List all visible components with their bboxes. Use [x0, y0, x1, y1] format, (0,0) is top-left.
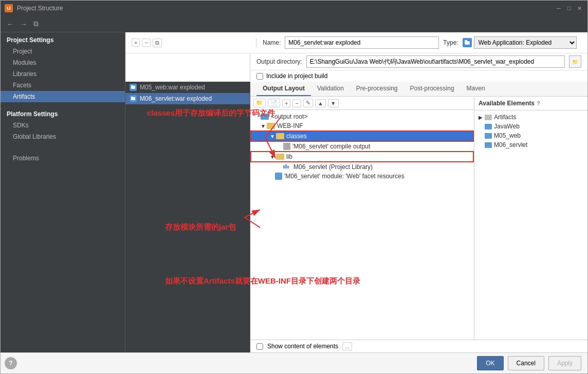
sidebar-item-facets[interactable]: Facets	[1, 80, 125, 91]
tab-pre-processing[interactable]: Pre-processing	[350, 82, 404, 96]
include-label: Include in project build	[266, 72, 327, 80]
tree-label: lib	[286, 153, 469, 160]
maximize-button[interactable]: □	[565, 4, 573, 12]
tab-post-processing[interactable]: Post-processing	[404, 82, 461, 96]
project-settings-title: Project Settings	[1, 32, 125, 46]
minimize-button[interactable]: ─	[555, 4, 563, 12]
artifacts-folder-icon	[485, 115, 492, 120]
available-item-javaweb[interactable]: JavaWeb	[474, 122, 587, 131]
sidebar-item-global-libraries[interactable]: Global Libraries	[1, 131, 125, 142]
layout-add-plus-btn[interactable]: +	[282, 99, 290, 107]
tree-label: M06_servlet (Project Library)	[293, 163, 470, 171]
available-item-m05web[interactable]: M05_web	[474, 131, 587, 140]
output-label: Output directory:	[256, 58, 302, 65]
sidebar-item-artifacts[interactable]: Artifacts	[1, 91, 125, 102]
bar-icon	[283, 164, 291, 170]
artifact-item-0[interactable]: M05_web:war exploded	[125, 82, 250, 93]
available-item-m06servlet[interactable]: M06_servlet	[474, 140, 587, 149]
m05web-folder-icon	[485, 133, 492, 139]
help-button[interactable]: ?	[5, 357, 17, 369]
available-elements: Available Elements ? ▶ Artifacts	[474, 97, 587, 340]
tab-maven[interactable]: Maven	[461, 82, 491, 96]
tree-item-project-lib[interactable]: M06_servlet (Project Library)	[250, 162, 474, 172]
available-item-artifacts[interactable]: ▶ Artifacts	[474, 113, 587, 122]
app-icon: IJ	[5, 4, 13, 12]
svg-rect-5	[131, 97, 133, 98]
sidebar-item-libraries[interactable]: Libraries	[1, 68, 125, 80]
sidebar-item-modules[interactable]: Modules	[1, 57, 125, 68]
artifact-list: M05_web:war exploded M06_servlet:war exp…	[125, 82, 250, 352]
right-panel: + − ⧉ Name: Type: Web Application: Explo…	[125, 32, 587, 352]
title-bar: IJ Project Structure ─ □ ✕	[1, 1, 587, 16]
layout-remove-btn[interactable]: −	[292, 99, 301, 107]
tree-item-lib[interactable]: ▼ lib	[250, 151, 474, 162]
available-elements-title: Available Elements ?	[474, 97, 587, 110]
platform-settings-title: Platform Settings	[1, 106, 125, 120]
cancel-button[interactable]: Cancel	[508, 356, 544, 370]
copy-artifact-button[interactable]: ⧉	[153, 39, 162, 47]
sidebar-item-project[interactable]: Project	[1, 46, 125, 57]
window-controls: ─ □ ✕	[555, 4, 583, 12]
show-row: Show content of elements ...	[250, 340, 587, 352]
folder-icon	[261, 114, 269, 120]
show-content-btn[interactable]: ...	[342, 342, 352, 350]
name-input[interactable]	[285, 36, 439, 49]
tabs: Output Layout Validation Pre-processing …	[250, 82, 587, 97]
tree-label: <output root>	[271, 113, 470, 120]
back-button[interactable]: ←	[5, 19, 16, 29]
type-select[interactable]: Web Application: Exploded	[474, 36, 577, 49]
tree-item-output-root[interactable]: <output root>	[250, 112, 474, 121]
sidebar-item-problems[interactable]: Problems	[1, 151, 125, 164]
tab-validation[interactable]: Validation	[311, 82, 350, 96]
svg-rect-7	[285, 164, 287, 169]
folder-icon	[276, 133, 284, 139]
layout-up-btn[interactable]: ▲	[315, 99, 326, 107]
bottom-bar: OK Cancel Apply	[1, 352, 587, 373]
tree-item-webinf[interactable]: ▼ WEB-INF	[250, 121, 474, 130]
folder-icon	[267, 123, 275, 129]
name-row: + − ⧉ Name: Type: Web Application: Explo…	[125, 32, 587, 53]
sidebar-item-sdks[interactable]: SDKs	[1, 120, 125, 131]
javaweb-folder-icon	[485, 124, 492, 129]
remove-artifact-button[interactable]: −	[142, 39, 150, 47]
browse-output-button[interactable]: 📁	[569, 55, 581, 68]
artifact-icon-1	[130, 95, 137, 102]
add-artifact-button[interactable]: +	[132, 39, 140, 47]
tree-item-classes[interactable]: ▼ classes	[250, 130, 474, 142]
tree-label: WEB-INF	[277, 122, 470, 129]
layout-toolbar: 📁 📄 + − ✎ ▲ ▼	[250, 97, 474, 110]
svg-rect-6	[283, 165, 285, 169]
forward-button[interactable]: →	[18, 19, 29, 29]
artifact-item-1[interactable]: M06_servlet:war exploded	[125, 93, 250, 104]
svg-rect-1	[465, 40, 467, 42]
type-icon	[463, 38, 472, 47]
file-icon	[275, 173, 282, 180]
layout-edit-btn[interactable]: ✎	[303, 99, 313, 107]
tree-label: 'M06_servlet' compile output	[292, 143, 470, 150]
tree-item-compile-output[interactable]: 'M06_servlet' compile output	[250, 142, 474, 151]
layout-add-btn[interactable]: 📁	[253, 99, 266, 107]
available-help-icon[interactable]: ?	[537, 100, 540, 106]
layout-tree: 📁 📄 + − ✎ ▲ ▼	[250, 97, 474, 340]
tab-output-layout[interactable]: Output Layout	[256, 82, 311, 96]
layout-down-btn[interactable]: ▼	[328, 99, 339, 107]
expand-arrow: ▶	[479, 115, 485, 120]
type-label: Type:	[443, 39, 458, 46]
show-content-label: Show content of elements	[267, 343, 338, 350]
show-content-checkbox[interactable]	[256, 343, 263, 350]
tree-arrow: ▼	[270, 154, 276, 160]
tree-label: 'M06_servlet' module: 'Web' facet resour…	[284, 173, 470, 180]
svg-rect-0	[465, 41, 470, 45]
tree-item-web-facet[interactable]: 'M06_servlet' module: 'Web' facet resour…	[250, 172, 474, 181]
folder-icon	[276, 154, 284, 160]
close-button[interactable]: ✕	[575, 4, 583, 12]
ok-button[interactable]: OK	[477, 356, 503, 370]
svg-rect-8	[287, 166, 289, 169]
copy-button[interactable]: ⧉	[31, 18, 41, 29]
apply-button[interactable]: Apply	[548, 356, 581, 370]
svg-rect-3	[131, 85, 133, 86]
include-checkbox[interactable]	[256, 73, 263, 80]
layout-add-file-btn[interactable]: 📄	[268, 99, 280, 107]
sidebar: Project Settings Project Modules Librari…	[1, 32, 125, 352]
output-input[interactable]	[306, 55, 565, 68]
